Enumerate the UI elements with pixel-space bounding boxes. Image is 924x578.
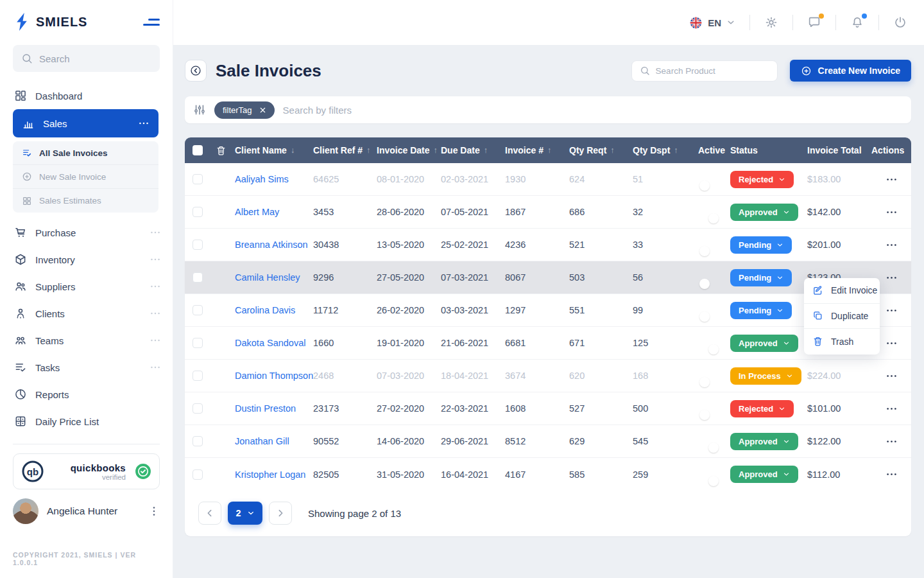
sidebar-item-teams[interactable]: Teams [0, 327, 173, 354]
filter-sliders-icon[interactable] [193, 103, 206, 116]
back-button[interactable] [185, 60, 207, 82]
client-name-link[interactable]: Camila Hensley [235, 272, 313, 283]
row-checkbox[interactable] [193, 174, 203, 184]
quickbooks-card[interactable]: qb quickbooks verified [13, 453, 160, 489]
create-new-invoice-button[interactable]: Create New Invoice [790, 60, 911, 82]
prev-page-button[interactable] [198, 502, 221, 525]
dots-horizontal-icon[interactable] [886, 173, 898, 186]
context-menu-item-trash[interactable]: Trash [804, 329, 880, 355]
row-checkbox[interactable] [193, 338, 203, 348]
client-name-link[interactable]: Albert May [235, 207, 313, 217]
sidebar-search-input[interactable] [39, 53, 151, 64]
dots-horizontal-icon[interactable] [886, 468, 898, 480]
sidebar-item-suppliers[interactable]: Suppliers [0, 273, 173, 300]
submenu-item-sales-estimates[interactable]: Sales Estimates [13, 189, 158, 213]
status-badge[interactable]: Pending [730, 302, 792, 319]
row-checkbox[interactable] [193, 240, 203, 250]
settings-button[interactable] [764, 15, 778, 30]
status-badge[interactable]: Pending [730, 236, 792, 254]
sidebar-item-daily-price-list[interactable]: Daily Price List [0, 408, 173, 435]
client-name-link[interactable]: Kristopher Logan [235, 469, 313, 480]
sidebar-item-purchase[interactable]: Purchase [0, 219, 173, 246]
client-name-link[interactable]: Damion Thompson [235, 371, 313, 381]
dots-horizontal-icon[interactable] [886, 206, 898, 218]
sidebar-search[interactable] [13, 45, 160, 72]
filter-tag-chip[interactable]: filterTag [214, 101, 275, 119]
user-profile[interactable]: Angelica Hunter [13, 498, 160, 524]
sidebar-item-inventory[interactable]: Inventory [0, 246, 173, 273]
context-menu-item-duplicate[interactable]: Duplicate [804, 304, 880, 329]
status-badge[interactable]: Approved [730, 204, 798, 221]
user-menu-icon[interactable] [148, 505, 160, 517]
submenu-item-all-sale-invoices[interactable]: All Sale Invoices [13, 141, 158, 165]
client-name-link[interactable]: Carolina Davis [235, 305, 313, 315]
client-name-link[interactable]: Aaliyah Sims [235, 174, 313, 184]
dots-horizontal-icon[interactable] [886, 370, 898, 382]
dots-horizontal-icon[interactable] [886, 403, 898, 415]
notifications-button[interactable] [850, 15, 864, 30]
dots-horizontal-icon[interactable] [150, 308, 161, 319]
row-checkbox[interactable] [193, 272, 203, 283]
dots-horizontal-icon[interactable] [138, 118, 150, 129]
filter-bar: filterTag [185, 96, 911, 123]
cell-qty-dspt: 259 [633, 469, 698, 480]
column-header-due-date[interactable]: Due Date↑ [441, 145, 505, 155]
select-all-checkbox[interactable] [193, 145, 203, 155]
status-badge[interactable]: Approved [730, 433, 798, 450]
client-name-link[interactable]: Jonathan Gill [235, 436, 313, 446]
hamburger-menu-icon[interactable] [143, 19, 160, 26]
column-header-invoice-date[interactable]: Invoice Date↑ [377, 145, 441, 155]
column-header-qty-reqt[interactable]: Qty Reqt↑ [569, 145, 633, 155]
close-icon[interactable] [259, 107, 266, 114]
client-name-link[interactable]: Dakota Sandoval [235, 338, 313, 348]
messages-button[interactable] [807, 15, 821, 30]
dots-horizontal-icon[interactable] [886, 337, 898, 349]
table-row: Kristopher Logan8250531-05-202016-04-202… [185, 458, 911, 491]
dots-horizontal-icon[interactable] [150, 362, 161, 373]
status-badge[interactable]: Approved [730, 335, 798, 352]
dots-horizontal-icon[interactable] [150, 335, 161, 346]
page-info: Showing page 2 of 13 [308, 508, 401, 519]
row-checkbox[interactable] [193, 305, 203, 315]
logout-button[interactable] [893, 15, 907, 30]
dots-horizontal-icon[interactable] [886, 272, 898, 284]
row-checkbox[interactable] [193, 207, 203, 217]
product-search-input[interactable] [656, 66, 769, 76]
status-badge[interactable]: Pending [730, 269, 792, 286]
dots-horizontal-icon[interactable] [150, 254, 161, 265]
sidebar-item-sales[interactable]: Sales [13, 109, 158, 137]
status-badge[interactable]: Approved [730, 466, 798, 483]
language-selector[interactable]: EN [689, 16, 735, 30]
row-checkbox[interactable] [193, 371, 203, 381]
dots-horizontal-icon[interactable] [886, 304, 898, 317]
column-header-client-ref-[interactable]: Client Ref #↑ [313, 145, 377, 155]
sidebar-item-clients[interactable]: Clients [0, 300, 173, 327]
client-name-link[interactable]: Breanna Atkinson [235, 240, 313, 250]
page-select[interactable]: 2 [228, 502, 262, 525]
client-name-link[interactable]: Dustin Preston [235, 403, 313, 414]
filter-search-input[interactable] [283, 105, 903, 116]
context-menu-item-edit-invoice[interactable]: Edit Invoice [804, 278, 880, 304]
row-checkbox[interactable] [193, 403, 203, 414]
sidebar-item-reports[interactable]: Reports [0, 381, 173, 408]
sidebar-item-tasks[interactable]: Tasks [0, 354, 173, 381]
column-header-qty-dspt[interactable]: Qty Dspt↑ [633, 145, 698, 155]
cell-client-ref: 64625 [313, 174, 377, 184]
column-header-invoice-[interactable]: Invoice #↑ [505, 145, 569, 155]
trash-icon[interactable] [216, 145, 227, 156]
row-checkbox[interactable] [193, 436, 203, 446]
submenu-item-new-sale-invoice[interactable]: New Sale Invoice [13, 165, 158, 189]
sidebar-item-label: Purchase [35, 227, 76, 238]
dots-horizontal-icon[interactable] [886, 435, 898, 448]
status-badge[interactable]: Rejected [730, 400, 794, 417]
sidebar-item-dashboard[interactable]: Dashboard [0, 82, 173, 109]
status-badge[interactable]: In Process [730, 367, 801, 385]
column-header-client-name[interactable]: Client Name↓ [235, 145, 313, 155]
status-badge[interactable]: Rejected [730, 171, 794, 188]
product-search[interactable] [631, 60, 778, 82]
dots-horizontal-icon[interactable] [150, 227, 161, 238]
row-checkbox[interactable] [193, 469, 203, 480]
next-page-button[interactable] [269, 502, 292, 525]
dots-horizontal-icon[interactable] [150, 281, 161, 292]
dots-horizontal-icon[interactable] [886, 239, 898, 251]
